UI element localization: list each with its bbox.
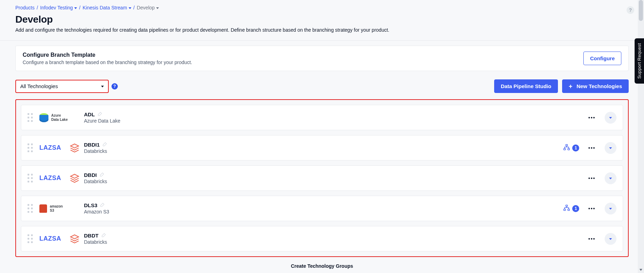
amazon-logo-text: amazonS3 <box>50 204 63 213</box>
technology-list: AzureData LakeADL Azure Data Lake•••LAZS… <box>15 99 629 257</box>
tech-name: DLS3 <box>84 202 97 208</box>
technology-row: LAZSA DBDI1 Databricks 1••• <box>21 135 623 161</box>
tech-meta: DLS3 Amazon S3 <box>84 202 109 214</box>
tech-logo: LAZSA <box>39 172 78 184</box>
row-more-icon[interactable]: ••• <box>586 174 598 182</box>
configure-button[interactable]: Configure <box>583 52 621 65</box>
tech-name: DBDI1 <box>84 142 100 148</box>
tech-logo: LAZSA <box>39 233 78 245</box>
sitemap-icon <box>563 204 570 212</box>
tech-meta: DBDT Databricks <box>84 233 107 245</box>
technology-filter-select[interactable]: All Technologies <box>15 80 109 93</box>
svg-rect-1 <box>566 145 568 146</box>
select-value: All Technologies <box>20 83 58 89</box>
pipeline-badge[interactable]: 1 <box>563 144 579 152</box>
breadcrumb-link-products[interactable]: Products <box>15 5 34 10</box>
technology-row: AzureData LakeADL Azure Data Lake••• <box>21 105 623 130</box>
breadcrumb-label: Kinesis Data Stream <box>83 5 127 10</box>
breadcrumb-sep: / <box>37 5 38 10</box>
tech-meta: DBDI Databricks <box>84 172 107 184</box>
breadcrumb-current-develop[interactable]: Develop <box>137 5 159 10</box>
create-technology-groups-link[interactable]: Create Technology Groups <box>15 263 629 269</box>
breadcrumb: Products / Infodev Testing / Kinesis Dat… <box>15 5 629 10</box>
technology-row: LAZSA DBDT Databricks••• <box>21 226 623 251</box>
tech-name: DBDI <box>84 172 97 178</box>
edit-icon[interactable] <box>100 172 105 178</box>
azure-cylinder-icon <box>39 113 48 122</box>
chevron-down-icon <box>609 238 612 240</box>
tech-meta: ADL Azure Data Lake <box>84 111 120 124</box>
drag-handle-icon[interactable] <box>28 143 33 153</box>
support-request-tab[interactable]: Support Request <box>635 38 644 84</box>
tech-logo: LAZSA <box>39 142 78 154</box>
svg-rect-6 <box>564 209 566 210</box>
tech-subtitle: Databricks <box>84 179 107 184</box>
edit-icon[interactable] <box>101 233 106 239</box>
edit-icon[interactable] <box>102 142 107 148</box>
tech-meta: DBDI1 Databricks <box>84 142 107 154</box>
chevron-down-icon <box>609 117 612 119</box>
drag-handle-icon[interactable] <box>28 234 33 243</box>
branch-template-card: Configure Branch Template Configure a br… <box>15 46 629 71</box>
amazon-s3-logo: amazonS3 <box>39 204 63 213</box>
expand-row-button[interactable] <box>605 142 616 154</box>
chevron-down-icon <box>101 86 104 87</box>
svg-rect-5 <box>566 205 568 206</box>
chevron-down-icon <box>609 178 612 179</box>
drag-handle-icon[interactable] <box>28 113 33 122</box>
tech-subtitle: Azure Data Lake <box>84 118 120 124</box>
stack-layers-icon <box>70 173 79 183</box>
s3-bucket-icon <box>39 204 47 213</box>
breadcrumb-sep: / <box>133 5 135 10</box>
breadcrumb-dropdown-infodev[interactable]: Infodev Testing <box>40 5 77 10</box>
svg-rect-2 <box>564 148 566 150</box>
tech-logo: amazonS3 <box>39 204 78 213</box>
svg-rect-3 <box>568 148 570 150</box>
expand-row-button[interactable] <box>605 233 616 245</box>
svg-rect-7 <box>568 209 570 210</box>
row-more-icon[interactable]: ••• <box>586 144 598 152</box>
filter-help-icon[interactable]: ? <box>112 83 118 89</box>
expand-row-button[interactable] <box>605 203 616 214</box>
chevron-down-icon <box>609 147 612 149</box>
drag-handle-icon[interactable] <box>28 204 33 213</box>
expand-row-button[interactable] <box>605 172 616 184</box>
chevron-down-icon <box>129 7 131 9</box>
tech-name: DBDT <box>84 233 99 239</box>
stack-layers-icon <box>70 143 79 153</box>
edit-icon[interactable] <box>100 202 105 208</box>
breadcrumb-sep: / <box>79 5 80 10</box>
new-technologies-button[interactable]: New Technologies <box>562 79 629 93</box>
data-pipeline-studio-button[interactable]: Data Pipeline Studio <box>494 79 558 93</box>
row-more-icon[interactable]: ••• <box>586 235 598 243</box>
page-title: Develop <box>15 14 629 25</box>
svg-marker-0 <box>70 144 78 148</box>
sitemap-icon <box>563 144 570 152</box>
header-divider <box>0 40 644 41</box>
pipeline-badge[interactable]: 1 <box>563 204 579 212</box>
badge-count: 1 <box>572 145 579 151</box>
row-more-icon[interactable]: ••• <box>586 114 598 122</box>
expand-row-button[interactable] <box>605 112 616 124</box>
drag-handle-icon[interactable] <box>28 174 33 183</box>
row-more-icon[interactable]: ••• <box>586 204 598 213</box>
lazsa-logo-text: LAZSA <box>39 144 61 151</box>
tech-subtitle: Databricks <box>84 239 107 245</box>
help-icon[interactable]: ? <box>627 6 634 14</box>
tech-name: ADL <box>84 111 95 117</box>
svg-marker-8 <box>70 235 78 239</box>
lazsa-logo-text: LAZSA <box>39 235 61 242</box>
badge-count: 1 <box>572 205 579 212</box>
breadcrumb-label: Infodev Testing <box>40 5 73 10</box>
stack-layers-icon <box>70 234 79 244</box>
lazsa-logo-text: LAZSA <box>39 174 61 182</box>
azure-data-lake-logo: AzureData Lake <box>39 113 68 122</box>
technology-row: amazonS3DLS3 Amazon S3 1••• <box>21 196 623 221</box>
breadcrumb-dropdown-kinesis[interactable]: Kinesis Data Stream <box>83 5 131 10</box>
tech-subtitle: Databricks <box>84 148 107 154</box>
chevron-down-icon <box>74 7 77 9</box>
chevron-down-icon <box>156 7 159 9</box>
technology-row: LAZSA DBDI Databricks••• <box>21 165 623 191</box>
branch-card-title: Configure Branch Template <box>23 52 192 58</box>
edit-icon[interactable] <box>98 111 102 117</box>
